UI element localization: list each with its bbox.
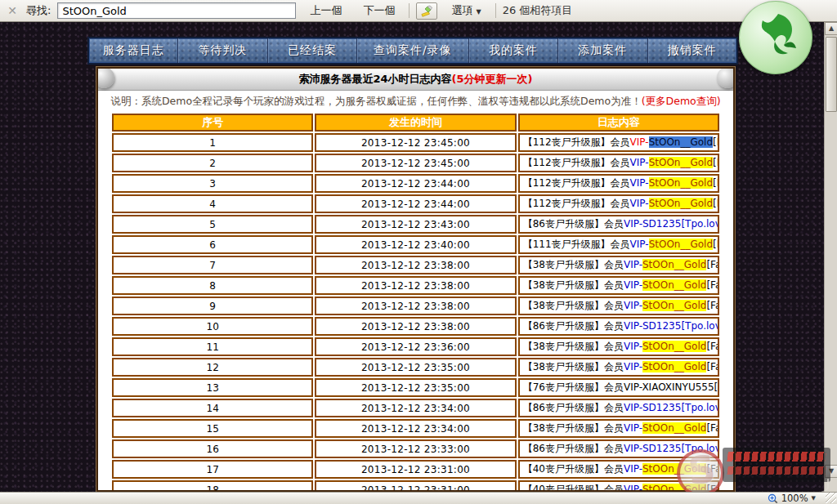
- row-number: 17: [112, 460, 313, 479]
- row-timestamp: 2013-12-12 23:33:00: [315, 439, 516, 458]
- log-text: 【38丧尸升级服】会员: [523, 300, 624, 311]
- log-content: 【112丧尸升级服】会员VIP-StOOn__Gold[Fast购买OP权限把玩…: [518, 133, 719, 152]
- watermark-text-band: [723, 448, 830, 482]
- log-content: 【112丧尸升级服】会员VIP-StOOn__Gold[Fast购买解药给玩家V…: [518, 154, 719, 172]
- search-match-highlight: StOOn__Gold: [649, 198, 713, 209]
- row-number: 10: [112, 317, 313, 336]
- resize-grip[interactable]: [826, 493, 836, 503]
- log-row: 152013-12-12 23:34:00【38丧尸升级服】会员VIP-StOO…: [112, 419, 719, 438]
- description-line: 说明：系统Demo全程记录每个玩家的游戏过程，为服务器权威证据，任何作弊、滥权等…: [98, 91, 733, 111]
- zoom-level: 100%: [781, 493, 808, 504]
- search-match-highlight: StOOn__Gold: [642, 259, 706, 270]
- row-timestamp: 2013-12-12 23:38:00: [315, 297, 516, 315]
- row-timestamp: 2013-12-12 23:40:00: [315, 235, 516, 254]
- vip-prefix-link[interactable]: VIP-: [624, 300, 642, 311]
- log-content: 【86丧尸升级服】会员VIP-SD1235[Tpo.love]购买OP权限把玩家…: [518, 399, 719, 417]
- log-row: 32013-12-12 23:44:00【112丧尸升级服】会员VIP-StOO…: [112, 174, 719, 193]
- search-match-highlight: StOOn__Gold: [642, 463, 706, 475]
- log-row: 162013-12-12 23:33:00【86丧尸升级服】会员VIP-SD12…: [112, 439, 719, 458]
- nav-tab-2[interactable]: 等待判决: [178, 38, 267, 63]
- find-options-button[interactable]: 選項 ▼: [444, 1, 488, 20]
- log-text: 【40丧尸升级服】会员: [523, 463, 624, 475]
- row-number: 13: [112, 378, 313, 397]
- find-options-label: 選項: [451, 4, 472, 16]
- scroll-up-arrow-icon[interactable]: ▲: [825, 22, 837, 35]
- log-text: [Fast购买OP权限把玩家VIP-HaRdIyyyyyy的臭嘴封住了: [713, 136, 719, 148]
- nav-tab-6[interactable]: 添加案件: [558, 38, 647, 63]
- player-name-link[interactable]: VIP-SD1235[Tpo.love]: [624, 320, 719, 332]
- log-text: [Fast购买OP权限把玩家VIP-NiNja__GoHaN的臭嘴封住了: [706, 463, 719, 475]
- nav-tab-4[interactable]: 查询案件/录像: [357, 38, 469, 63]
- log-content: 【86丧尸升级服】会员VIP-SD1235[Tpo.love]购买OP权限把玩家…: [518, 317, 719, 336]
- row-number: 6: [112, 235, 313, 254]
- row-number: 3: [112, 174, 313, 193]
- log-text: 【86丧尸升级服】会员: [523, 402, 624, 413]
- nav-tab-7[interactable]: 撤销案件: [648, 38, 736, 63]
- nav-bar: 服务器日志等待判决已经结案查询案件/录像我的案件添加案件撤销案件: [87, 37, 738, 65]
- log-row: 112013-12-12 23:36:00【38丧尸升级服】会员VIP-StOO…: [112, 337, 719, 356]
- row-timestamp: 2013-12-12 23:43:00: [315, 215, 516, 234]
- log-row: 172013-12-12 23:31:00【40丧尸升级服】会员VIP-StOO…: [112, 460, 719, 479]
- status-bar: 100% ▼: [0, 492, 837, 504]
- find-previous-button[interactable]: 上一個: [302, 1, 349, 20]
- find-bar: ✕ 尋找: 上一個 下一個 選項 ▼ 26 個相符項目: [0, 0, 837, 22]
- row-timestamp: 2013-12-12 23:35:00: [315, 378, 516, 397]
- search-match-highlight: StOOn__Gold: [642, 422, 706, 434]
- log-text: 【38丧尸升级服】会员: [523, 279, 624, 291]
- vip-prefix-link[interactable]: VIP-: [630, 136, 649, 148]
- divider: [495, 3, 496, 18]
- vertical-scrollbar[interactable]: ▲ ▼: [824, 22, 837, 492]
- row-timestamp: 2013-12-12 23:34:00: [315, 419, 516, 438]
- player-name-link[interactable]: VIP-SD1235[Tpo.love]: [624, 402, 719, 413]
- more-demo-link[interactable]: (更多Demo查询): [642, 95, 721, 107]
- row-number: 16: [112, 439, 313, 458]
- row-number: 2: [112, 154, 313, 172]
- browser-window: ✕ 尋找: 上一個 下一個 選項 ▼ 26 個相符項目 服务器日志等待判决已经结…: [0, 0, 837, 504]
- scroll-down-arrow-icon[interactable]: ▼: [825, 465, 837, 478]
- vip-prefix-link[interactable]: VIP-: [624, 361, 642, 372]
- log-text: [Fast购买OP权限把玩家VIP-NO_Kill的臭嘴封住了: [706, 341, 719, 352]
- find-input[interactable]: [57, 2, 296, 19]
- log-text: [Fast购买OP权限把玩家VIP-LoongQQ的臭嘴封住了: [706, 279, 719, 291]
- nav-tab-3[interactable]: 已经结案: [268, 38, 357, 63]
- row-number: 11: [112, 337, 313, 356]
- log-text: [Fast购买解药给玩家VIP-HaRdIyyyyyy: [713, 157, 719, 168]
- nav-tab-5[interactable]: 我的案件: [469, 38, 558, 63]
- row-number: 14: [112, 399, 313, 417]
- vip-prefix-link[interactable]: VIP-: [630, 198, 649, 209]
- page-title: 索沛服务器最近24小时日志内容: [298, 73, 451, 85]
- description-text: 说明：系统Demo全程记录每个玩家的游戏过程，为服务器权威证据，任何作弊、滥权等…: [110, 95, 641, 107]
- vip-prefix-link[interactable]: VIP-: [624, 259, 642, 270]
- log-row: 102013-12-12 23:38:00【86丧尸升级服】会员VIP-SD12…: [112, 317, 719, 336]
- column-header: 日志内容: [518, 114, 719, 132]
- log-content: 【38丧尸升级服】会员VIP-StOOn__Gold[Fast购买OP权限把玩家…: [518, 337, 719, 356]
- zoom-control[interactable]: 100% ▼: [768, 493, 816, 504]
- player-name-link[interactable]: VIP-SD1235[Tpo.love]: [624, 443, 719, 454]
- vip-prefix-link[interactable]: VIP-: [624, 279, 642, 291]
- player-name-link[interactable]: VIP-SD1235[Tpo.love]: [624, 218, 719, 230]
- vip-prefix-link[interactable]: VIP-: [624, 422, 642, 434]
- search-match-highlight: StOOn__Gold: [642, 279, 706, 291]
- row-timestamp: 2013-12-12 23:38:00: [315, 276, 516, 295]
- log-text: 【40丧尸升级服】会员: [523, 484, 624, 492]
- vip-prefix-link[interactable]: VIP-: [624, 484, 642, 492]
- log-content: 【38丧尸升级服】会员VIP-StOOn__Gold[Fast购买OP权限把玩家…: [518, 419, 719, 438]
- zoom-caret-icon: ▼: [812, 495, 816, 502]
- log-row: 52013-12-12 23:43:00【86丧尸升级服】会员VIP-SD123…: [112, 215, 719, 234]
- vip-prefix-link[interactable]: VIP-: [630, 177, 649, 189]
- vip-prefix-link[interactable]: VIP-: [630, 239, 649, 250]
- log-text: 【38丧尸升级服】会员: [523, 361, 624, 372]
- log-text: [Fast购买OP权限把玩家VIP-HaRdIyyyyyy的臭嘴封住了: [713, 198, 719, 209]
- vip-prefix-link[interactable]: VIP-: [624, 463, 642, 475]
- highlight-all-button[interactable]: [416, 2, 437, 20]
- vip-prefix-link[interactable]: VIP-: [624, 341, 642, 352]
- nav-tab-1[interactable]: 服务器日志: [89, 38, 178, 63]
- log-row: 132013-12-12 23:35:00【76丧尸升级服】会员VIP-XIAO…: [112, 378, 719, 397]
- page-background: 服务器日志等待判决已经结案查询案件/录像我的案件添加案件撤销案件 索沛服务器最近…: [0, 22, 837, 492]
- find-next-button[interactable]: 下一個: [356, 1, 402, 20]
- search-match-highlight: StOOn__Gold: [649, 177, 713, 189]
- scrollbar-thumb[interactable]: [826, 37, 837, 112]
- close-icon[interactable]: ✕: [5, 4, 20, 17]
- vip-prefix-link[interactable]: VIP-: [630, 157, 649, 168]
- row-number: 18: [112, 480, 313, 492]
